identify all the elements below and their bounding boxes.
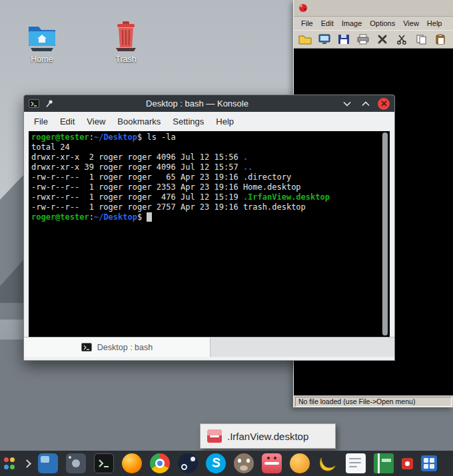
irfanview-icon[interactable]: [262, 453, 282, 473]
drag-ghost[interactable]: .IrfanView.desktop: [200, 423, 336, 449]
paste-button[interactable]: [432, 32, 449, 47]
konsole-window-icon: [29, 99, 39, 108]
terminal-scrollbar[interactable]: [382, 132, 388, 336]
terminal-line: roger@tester:~/Desktop$ ls -la: [31, 132, 379, 142]
konsole-title: Desktop : bash — Konsole: [59, 99, 335, 109]
camera-icon[interactable]: [66, 453, 86, 473]
terminal-output[interactable]: roger@tester:~/Desktop$ ls -latotal 24dr…: [31, 132, 379, 336]
scrollbar-handle[interactable]: [382, 132, 388, 336]
print-icon: [356, 34, 370, 45]
expand-chevron-icon[interactable]: [23, 459, 31, 468]
copy-icon: [416, 34, 426, 45]
desktop-icon-home[interactable]: Home: [13, 20, 71, 64]
konsole-menubar: File Edit View Bookmarks Settings Help: [24, 112, 394, 131]
desktop-icon-label: Home: [13, 55, 71, 64]
terminal-viewport[interactable]: roger@tester:~/Desktop$ ls -latotal 24dr…: [29, 131, 390, 337]
konsole-taskbar-icon[interactable]: [94, 453, 114, 473]
cut-button[interactable]: [393, 32, 410, 47]
close-button[interactable]: [378, 98, 390, 110]
delete-button[interactable]: [374, 32, 391, 47]
tray-blue-grid-icon[interactable]: [421, 455, 437, 471]
viewer-status-text: No file loaded (use File->Open menu): [295, 397, 452, 407]
viewer-menu-image[interactable]: Image: [338, 18, 366, 29]
pin-icon[interactable]: [45, 99, 54, 109]
slideshow-icon: [318, 34, 331, 45]
terminal-line: roger@tester:~/Desktop$: [31, 212, 379, 222]
konsole-menu-settings[interactable]: Settings: [167, 113, 210, 130]
taskbar: [0, 451, 453, 476]
irfanview-window-icon: [298, 3, 308, 13]
copy-button[interactable]: [412, 32, 430, 47]
trash-icon: [109, 20, 143, 52]
terminal-line: drwxr-xr-x 39 roger roger 4096 Jul 12 15…: [31, 162, 379, 172]
desktop-icon-label: Trash: [97, 55, 155, 64]
terminal-tab[interactable]: Desktop : bash: [24, 338, 211, 357]
gimp-icon[interactable]: [234, 453, 254, 473]
konsole-menu-help[interactable]: Help: [210, 113, 240, 130]
desktop-icon-trash[interactable]: Trash: [97, 20, 155, 64]
scissors-icon: [396, 34, 407, 45]
terminal-line: drwxr-xr-x 2 roger roger 4096 Jul 12 15:…: [31, 152, 379, 162]
viewer-menu-view[interactable]: View: [399, 18, 423, 29]
delete-x-icon: [377, 34, 388, 45]
slideshow-button[interactable]: [316, 32, 333, 47]
desktop-pager-icon[interactable]: [38, 453, 58, 473]
text-editor-icon[interactable]: [346, 453, 366, 473]
firefox-icon[interactable]: [122, 453, 142, 473]
terminal-line: total 24: [31, 142, 379, 152]
save-icon: [338, 34, 350, 45]
paste-icon: [435, 34, 446, 45]
viewer-menu-options[interactable]: Options: [366, 18, 399, 29]
konsole-menu-edit[interactable]: Edit: [54, 113, 81, 130]
tray-red-icon[interactable]: [402, 458, 413, 469]
chevron-up-icon: [362, 101, 370, 107]
open-folder-icon: [298, 34, 312, 45]
terminal-line: -rw-r--r-- 1 roger roger 2353 Apr 23 19:…: [31, 182, 379, 192]
open-folder-button[interactable]: [296, 32, 314, 47]
viewer-titlebar[interactable]: [294, 0, 453, 17]
app-launcher-icon[interactable]: [3, 457, 16, 470]
screen: Home Trash File Edit Image Option: [0, 0, 453, 476]
home-folder-icon: [25, 20, 59, 52]
konsole-titlebar[interactable]: Desktop : bash — Konsole: [24, 95, 394, 112]
konsole-tabbar: Desktop : bash: [24, 337, 394, 357]
viewer-statusbar: No file loaded (use File->Open menu): [294, 395, 453, 407]
skype-icon[interactable]: [206, 453, 226, 473]
viewer-toolbar: [294, 30, 453, 49]
konsole-window: Desktop : bash — Konsole File Edit View …: [23, 95, 395, 361]
konsole-bottom-frame: [24, 357, 394, 360]
maximize-button[interactable]: [359, 97, 372, 111]
konsole-menu-view[interactable]: View: [81, 113, 111, 130]
konsole-menu-bookmarks[interactable]: Bookmarks: [111, 113, 167, 130]
drag-ghost-label: .IrfanView.desktop: [227, 431, 308, 442]
print-button[interactable]: [354, 32, 372, 47]
minimize-button[interactable]: [340, 97, 354, 111]
steam-icon[interactable]: [178, 453, 198, 473]
viewer-menu-edit[interactable]: Edit: [317, 18, 338, 29]
viewer-menubar: File Edit Image Options View Help: [294, 17, 453, 30]
konsole-menu-file[interactable]: File: [28, 113, 54, 130]
viewer-menu-help[interactable]: Help: [423, 18, 446, 29]
green-book-app-icon[interactable]: [374, 453, 394, 473]
chrome-icon[interactable]: [150, 453, 170, 473]
viewer-menu-file[interactable]: File: [297, 18, 317, 29]
terminal-tab-icon: [81, 343, 92, 352]
orange-round-app-icon[interactable]: [290, 453, 310, 473]
terminal-line: -rw-r--r-- 1 roger roger 2757 Apr 23 19:…: [31, 202, 379, 212]
banana-app-icon[interactable]: [318, 453, 338, 473]
close-icon: [381, 101, 387, 107]
terminal-line: -rw-r--r-- 1 roger roger 65 Apr 23 19:16…: [31, 172, 379, 182]
save-button[interactable]: [335, 32, 352, 47]
irfanview-file-icon: [207, 429, 222, 443]
terminal-tab-label: Desktop : bash: [97, 343, 153, 352]
terminal-line: -rwxr--r-- 1 roger roger 476 Jul 12 15:1…: [31, 192, 379, 202]
chevron-down-icon: [343, 101, 351, 107]
